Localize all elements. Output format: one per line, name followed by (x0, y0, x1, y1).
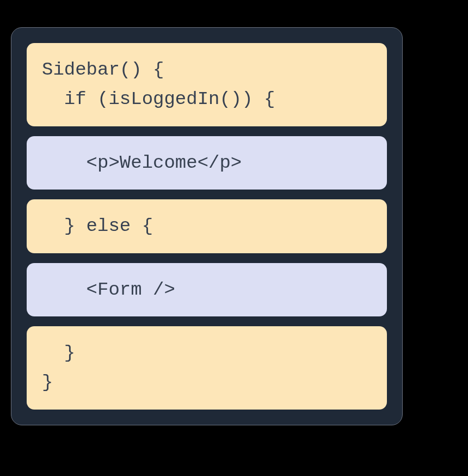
code-line: if (isLoggedIn()) { (42, 89, 275, 109)
code-block-form-jsx: <Form /> (27, 263, 387, 316)
code-block-else: } else { (27, 199, 387, 253)
code-line: <Form /> (42, 279, 175, 300)
code-line: Sidebar() { (42, 59, 164, 80)
code-block-function-open: Sidebar() { if (isLoggedIn()) { (27, 43, 387, 126)
code-line: } (42, 343, 75, 363)
code-block-welcome-jsx: <p>Welcome</p> (27, 136, 387, 190)
code-line: <p>Welcome</p> (42, 152, 242, 173)
code-line: } (42, 372, 53, 393)
code-line: } else { (42, 216, 153, 236)
code-diagram-container: Sidebar() { if (isLoggedIn()) { <p>Welco… (11, 27, 403, 425)
code-block-function-close: } } (27, 326, 387, 410)
